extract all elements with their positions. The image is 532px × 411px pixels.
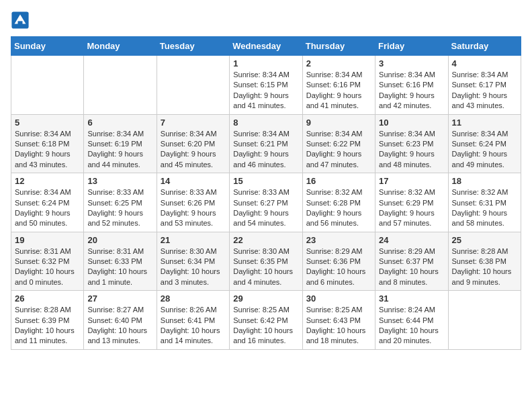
day-number: 30	[306, 293, 371, 304]
calendar-header-row: SundayMondayTuesdayWednesdayThursdayFrid…	[11, 37, 521, 56]
calendar-cell: 22Sunrise: 8:30 AM Sunset: 6:35 PM Dayli…	[230, 232, 302, 291]
day-number: 3	[379, 58, 444, 68]
calendar-cell: 24Sunrise: 8:29 AM Sunset: 6:37 PM Dayli…	[375, 232, 448, 291]
day-number: 7	[161, 118, 226, 128]
calendar-cell: 5Sunrise: 8:34 AM Sunset: 6:18 PM Daylig…	[11, 114, 84, 173]
calendar-cell: 20Sunrise: 8:31 AM Sunset: 6:33 PM Dayli…	[84, 232, 157, 291]
logo-icon	[11, 11, 30, 30]
day-info: Sunrise: 8:30 AM Sunset: 6:34 PM Dayligh…	[161, 246, 226, 288]
calendar-week-row: 12Sunrise: 8:34 AM Sunset: 6:24 PM Dayli…	[11, 173, 521, 232]
day-number: 28	[161, 293, 226, 304]
day-number: 10	[379, 118, 444, 128]
day-info: Sunrise: 8:34 AM Sunset: 6:22 PM Dayligh…	[306, 129, 371, 171]
calendar-cell	[11, 56, 84, 115]
calendar-day-header: Monday	[84, 37, 157, 56]
calendar-cell: 26Sunrise: 8:28 AM Sunset: 6:39 PM Dayli…	[11, 291, 84, 350]
day-info: Sunrise: 8:29 AM Sunset: 6:36 PM Dayligh…	[306, 246, 371, 288]
day-number: 13	[87, 176, 152, 186]
day-info: Sunrise: 8:34 AM Sunset: 6:24 PM Dayligh…	[15, 187, 80, 229]
day-info: Sunrise: 8:32 AM Sunset: 6:29 PM Dayligh…	[379, 187, 444, 229]
day-info: Sunrise: 8:29 AM Sunset: 6:37 PM Dayligh…	[379, 246, 444, 288]
day-info: Sunrise: 8:33 AM Sunset: 6:25 PM Dayligh…	[87, 187, 152, 229]
day-info: Sunrise: 8:33 AM Sunset: 6:27 PM Dayligh…	[233, 187, 298, 229]
calendar-cell: 31Sunrise: 8:24 AM Sunset: 6:44 PM Dayli…	[375, 291, 448, 350]
day-info: Sunrise: 8:30 AM Sunset: 6:35 PM Dayligh…	[233, 246, 298, 288]
calendar-cell: 4Sunrise: 8:34 AM Sunset: 6:17 PM Daylig…	[448, 56, 521, 115]
day-number: 6	[87, 118, 152, 128]
calendar-week-row: 19Sunrise: 8:31 AM Sunset: 6:32 PM Dayli…	[11, 232, 521, 291]
calendar-cell: 1Sunrise: 8:34 AM Sunset: 6:15 PM Daylig…	[230, 56, 302, 115]
calendar-cell: 30Sunrise: 8:25 AM Sunset: 6:43 PM Dayli…	[302, 291, 375, 350]
calendar-cell: 10Sunrise: 8:34 AM Sunset: 6:23 PM Dayli…	[375, 114, 448, 173]
calendar-cell: 18Sunrise: 8:32 AM Sunset: 6:31 PM Dayli…	[448, 173, 521, 232]
calendar-cell: 15Sunrise: 8:33 AM Sunset: 6:27 PM Dayli…	[230, 173, 302, 232]
calendar-day-header: Tuesday	[157, 37, 229, 56]
day-info: Sunrise: 8:34 AM Sunset: 6:16 PM Dayligh…	[379, 70, 444, 111]
day-info: Sunrise: 8:34 AM Sunset: 6:18 PM Dayligh…	[15, 129, 80, 171]
day-number: 9	[306, 118, 371, 128]
calendar-cell: 7Sunrise: 8:34 AM Sunset: 6:20 PM Daylig…	[157, 114, 229, 173]
calendar-cell: 3Sunrise: 8:34 AM Sunset: 6:16 PM Daylig…	[375, 56, 448, 115]
day-info: Sunrise: 8:34 AM Sunset: 6:21 PM Dayligh…	[233, 129, 298, 171]
calendar-cell	[448, 291, 521, 350]
calendar-week-row: 1Sunrise: 8:34 AM Sunset: 6:15 PM Daylig…	[11, 56, 521, 115]
day-info: Sunrise: 8:28 AM Sunset: 6:38 PM Dayligh…	[452, 246, 517, 288]
day-info: Sunrise: 8:34 AM Sunset: 6:23 PM Dayligh…	[379, 129, 444, 171]
calendar-cell: 29Sunrise: 8:25 AM Sunset: 6:42 PM Dayli…	[230, 291, 302, 350]
day-number: 4	[452, 58, 517, 68]
day-info: Sunrise: 8:31 AM Sunset: 6:32 PM Dayligh…	[15, 246, 80, 288]
day-number: 21	[161, 235, 226, 245]
calendar-cell: 2Sunrise: 8:34 AM Sunset: 6:16 PM Daylig…	[302, 56, 375, 115]
calendar-table: SundayMondayTuesdayWednesdayThursdayFrid…	[11, 36, 521, 350]
day-info: Sunrise: 8:25 AM Sunset: 6:42 PM Dayligh…	[233, 305, 298, 347]
calendar-cell: 14Sunrise: 8:33 AM Sunset: 6:26 PM Dayli…	[157, 173, 229, 232]
day-number: 5	[15, 118, 80, 128]
day-number: 27	[87, 293, 152, 304]
day-number: 16	[306, 176, 371, 186]
calendar-cell: 11Sunrise: 8:34 AM Sunset: 6:24 PM Dayli…	[448, 114, 521, 173]
day-number: 1	[233, 58, 298, 68]
calendar-cell: 8Sunrise: 8:34 AM Sunset: 6:21 PM Daylig…	[230, 114, 302, 173]
calendar-cell: 21Sunrise: 8:30 AM Sunset: 6:34 PM Dayli…	[157, 232, 229, 291]
day-number: 8	[233, 118, 298, 128]
day-number: 22	[233, 235, 298, 245]
calendar-cell: 17Sunrise: 8:32 AM Sunset: 6:29 PM Dayli…	[375, 173, 448, 232]
day-info: Sunrise: 8:28 AM Sunset: 6:39 PM Dayligh…	[15, 305, 80, 347]
calendar-cell: 9Sunrise: 8:34 AM Sunset: 6:22 PM Daylig…	[302, 114, 375, 173]
day-info: Sunrise: 8:34 AM Sunset: 6:16 PM Dayligh…	[306, 70, 371, 111]
calendar-day-header: Friday	[375, 37, 448, 56]
day-info: Sunrise: 8:33 AM Sunset: 6:26 PM Dayligh…	[161, 187, 226, 229]
day-info: Sunrise: 8:31 AM Sunset: 6:33 PM Dayligh…	[87, 246, 152, 288]
logo	[11, 11, 32, 30]
calendar-cell: 25Sunrise: 8:28 AM Sunset: 6:38 PM Dayli…	[448, 232, 521, 291]
day-number: 26	[15, 293, 80, 304]
day-number: 20	[87, 235, 152, 245]
day-info: Sunrise: 8:26 AM Sunset: 6:41 PM Dayligh…	[161, 305, 226, 347]
day-number: 14	[161, 176, 226, 186]
day-number: 18	[452, 176, 517, 186]
calendar-day-header: Thursday	[302, 37, 375, 56]
calendar-day-header: Saturday	[448, 37, 521, 56]
day-info: Sunrise: 8:34 AM Sunset: 6:19 PM Dayligh…	[87, 129, 152, 171]
day-number: 25	[452, 235, 517, 245]
calendar-cell: 27Sunrise: 8:27 AM Sunset: 6:40 PM Dayli…	[84, 291, 157, 350]
day-info: Sunrise: 8:34 AM Sunset: 6:20 PM Dayligh…	[161, 129, 226, 171]
day-info: Sunrise: 8:32 AM Sunset: 6:28 PM Dayligh…	[306, 187, 371, 229]
day-number: 2	[306, 58, 371, 68]
day-number: 29	[233, 293, 298, 304]
day-info: Sunrise: 8:32 AM Sunset: 6:31 PM Dayligh…	[452, 187, 517, 229]
day-info: Sunrise: 8:25 AM Sunset: 6:43 PM Dayligh…	[306, 305, 371, 347]
calendar-cell: 6Sunrise: 8:34 AM Sunset: 6:19 PM Daylig…	[84, 114, 157, 173]
calendar-cell	[84, 56, 157, 115]
day-number: 17	[379, 176, 444, 186]
day-number: 23	[306, 235, 371, 245]
calendar-cell: 16Sunrise: 8:32 AM Sunset: 6:28 PM Dayli…	[302, 173, 375, 232]
svg-rect-2	[18, 21, 23, 25]
day-number: 24	[379, 235, 444, 245]
calendar-week-row: 5Sunrise: 8:34 AM Sunset: 6:18 PM Daylig…	[11, 114, 521, 173]
day-info: Sunrise: 8:34 AM Sunset: 6:17 PM Dayligh…	[452, 70, 517, 111]
calendar-cell: 28Sunrise: 8:26 AM Sunset: 6:41 PM Dayli…	[157, 291, 229, 350]
calendar-cell: 19Sunrise: 8:31 AM Sunset: 6:32 PM Dayli…	[11, 232, 84, 291]
day-number: 15	[233, 176, 298, 186]
calendar-cell	[157, 56, 229, 115]
